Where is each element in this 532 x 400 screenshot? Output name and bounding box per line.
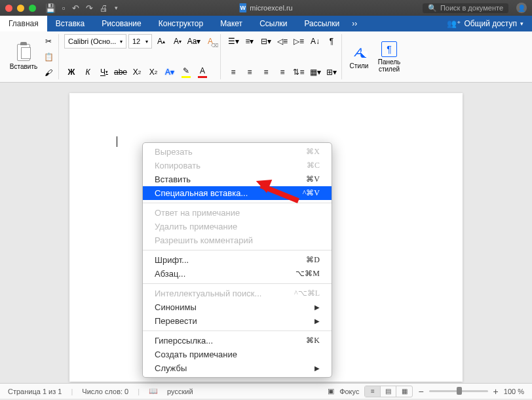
focus-mode[interactable]: Фокус [339,388,359,395]
new-doc-icon[interactable]: ▫ [62,3,66,13]
numbering-icon[interactable]: ≡▾ [242,34,257,49]
word-doc-icon: W [239,3,246,12]
more-tabs-icon[interactable]: ›› [348,19,361,28]
menu-item[interactable]: Абзац...⌥⌘M [143,267,332,281]
menu-item: Удалить примечание [143,220,332,233]
zoom-level[interactable]: 100 % [504,388,524,395]
ribbon-tabs: Главная Вставка Рисование Конструктор Ма… [0,16,532,31]
tab-references[interactable]: Ссылки [251,16,295,31]
text-cursor [117,136,117,147]
menu-item[interactable]: Гиперссылка...⌘K [143,334,332,348]
font-size-select[interactable]: 12▾ [128,34,152,49]
shading-icon[interactable]: ▦▾ [308,65,322,79]
zoom-in-button[interactable]: + [493,386,499,397]
tab-mailings[interactable]: Рассылки [295,16,348,31]
text-effects-icon[interactable]: A▾ [162,65,177,79]
menu-separator [143,250,332,250]
print-icon[interactable]: 🖨 [100,3,108,13]
superscript-button[interactable]: X2 [146,65,161,79]
styles-button[interactable]: A Стили [347,44,371,70]
borders-icon[interactable]: ⊞▾ [324,65,339,79]
view-buttons: ≡ ▤ ▦ [364,386,413,397]
italic-button[interactable]: К [81,65,95,79]
menu-item[interactable]: Перевести▶ [143,314,332,328]
search-input[interactable]: 🔍 Поиск в документе [423,3,508,13]
quick-access-toolbar: 💾 ▫ ↶ ↷ 🖨 ▾ [45,3,118,13]
shrink-font-icon[interactable]: A▾ [170,34,185,49]
subscript-button[interactable]: X2 [130,65,144,79]
show-marks-icon[interactable]: ¶ [324,34,339,49]
justify-icon[interactable]: ≡ [275,65,290,79]
outline-view[interactable]: ▦ [396,386,412,397]
menu-item[interactable]: Шрифт...⌘D [143,253,332,267]
close-window-button[interactable] [5,5,12,12]
menu-item[interactable]: Службы▶ [143,361,332,375]
sort-icon[interactable]: A↓ [308,34,322,49]
user-avatar[interactable]: 👤 [516,3,527,13]
ribbon: Вставить ✂ 📋 🖌 Calibri (Осно...▾ 12▾ A▴ … [0,31,532,83]
copy-icon[interactable]: 📋 [41,50,56,64]
paste-button[interactable]: Вставить [8,34,39,79]
titlebar: 💾 ▫ ↶ ↷ 🖨 ▾ W microexcel.ru 🔍 Поиск в до… [0,0,532,16]
redo-icon[interactable]: ↷ [86,3,93,13]
tab-design[interactable]: Конструктор [150,16,212,31]
align-left-icon[interactable]: ≡ [226,65,240,79]
font-color-button[interactable]: A [195,65,210,79]
submenu-arrow-icon: ▶ [314,365,320,372]
align-right-icon[interactable]: ≡ [259,65,273,79]
multilevel-icon[interactable]: ⊟▾ [259,34,273,49]
submenu-arrow-icon: ▶ [314,317,320,325]
chevron-down-icon[interactable]: ▾ [115,5,118,11]
underline-button[interactable]: Ч▾ [97,65,111,79]
tab-layout[interactable]: Макет [212,16,251,31]
grow-font-icon[interactable]: A▴ [154,34,168,49]
submenu-arrow-icon: ▶ [314,304,320,311]
page-count[interactable]: Страница 1 из 1 [8,388,62,395]
maximize-window-button[interactable] [29,5,36,12]
cut-icon[interactable]: ✂ [41,34,56,48]
menu-item[interactable]: Вставить⌘V [143,172,332,186]
menu-separator [143,283,332,284]
menu-item[interactable]: Синонимы▶ [143,300,332,314]
tab-home[interactable]: Главная [0,16,47,31]
increase-indent-icon[interactable]: ▷≡ [292,34,306,49]
bullets-icon[interactable]: ☰▾ [226,34,240,49]
focus-icon: ▣ [328,387,334,395]
font-name-select[interactable]: Calibri (Осно...▾ [64,34,126,49]
paragraph-group: ☰▾ ≡▾ ⊟▾ ◁≡ ▷≡ A↓ ¶ ≡ ≡ ≡ ≡ ⇅≡ ▦▾ ⊞▾ [223,34,342,79]
line-spacing-icon[interactable]: ⇅≡ [292,65,306,79]
font-group: Calibri (Осно...▾ 12▾ A▴ A▾ Aa▾ A⌫ Ж К Ч… [62,34,221,79]
strike-button[interactable]: abe [113,65,128,79]
share-button[interactable]: 👥⁺ Общий доступ ▾ [438,16,532,31]
format-painter-icon[interactable]: 🖌 [41,66,56,79]
menu-item: Копировать⌘C [143,159,332,172]
tab-draw[interactable]: Рисование [93,16,149,31]
styles-group: A Стили ¶ Панель стилей [345,34,406,79]
print-layout-view[interactable]: ≡ [365,386,381,397]
highlight-button[interactable]: ✎ [179,65,193,79]
align-center-icon[interactable]: ≡ [242,65,257,79]
save-icon[interactable]: 💾 [45,3,56,13]
tab-insert[interactable]: Вставка [47,16,94,31]
minimize-window-button[interactable] [17,5,24,12]
menu-item[interactable]: Специальная вставка...^⌘V [143,186,332,200]
chevron-down-icon: ▾ [520,20,523,27]
clear-format-icon[interactable]: A⌫ [203,34,218,49]
zoom-slider[interactable] [429,390,488,392]
menu-item[interactable]: Создать примечание [143,348,332,361]
zoom-out-button[interactable]: − [418,386,423,397]
styles-pane-button[interactable]: ¶ Панель стилей [375,41,404,73]
decrease-indent-icon[interactable]: ◁≡ [275,34,290,49]
word-count[interactable]: Число слов: 0 [82,388,128,395]
language-button[interactable]: русский [167,388,193,395]
web-layout-view[interactable]: ▤ [381,386,396,397]
clipboard-group: Вставить ✂ 📋 🖌 [5,34,59,79]
menu-item: Вырезать⌘X [143,145,332,159]
traffic-lights [5,5,36,12]
bold-button[interactable]: Ж [64,65,79,79]
spellcheck-icon[interactable]: 📖 [149,387,158,395]
undo-icon[interactable]: ↶ [72,3,79,13]
change-case-icon[interactable]: Aa▾ [187,34,201,49]
search-icon: 🔍 [428,4,437,12]
status-bar: Страница 1 из 1 | Число слов: 0 | 📖 русс… [0,383,532,399]
